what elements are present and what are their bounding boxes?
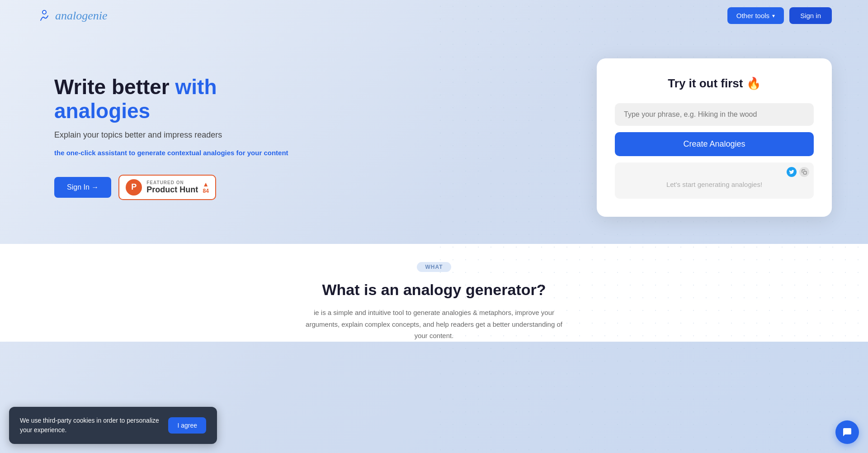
section-title: What is an analogy generator? [36, 281, 832, 299]
output-placeholder-text: Let's start generating analogies! [624, 170, 805, 188]
logo[interactable]: analogenie [36, 8, 108, 24]
agree-button[interactable]: I agree [168, 417, 206, 434]
hero-subtitle: Explain your topics better and impress r… [54, 130, 307, 140]
svg-point-1 [43, 11, 46, 14]
output-icons [787, 167, 809, 177]
output-area: Let's start generating analogies! [615, 162, 814, 199]
hero-right: Try it out first 🔥 Create Analogies Let'… [597, 58, 832, 217]
sign-in-hero-button[interactable]: Sign In → [54, 177, 111, 198]
phrase-input[interactable] [615, 103, 814, 126]
chevron-down-icon: ▾ [772, 13, 775, 19]
other-tools-button[interactable]: Other tools ▾ [727, 7, 784, 24]
chat-icon [842, 427, 853, 438]
logo-text: analogenie [55, 9, 108, 23]
card-title: Try it out first 🔥 [615, 76, 814, 91]
cookie-banner: We use third-party cookies in order to p… [9, 407, 217, 444]
hero-title-part1: Write better [54, 75, 175, 99]
twitter-share-icon[interactable] [787, 167, 797, 177]
svg-rect-2 [804, 172, 807, 175]
hero-left: Write better with analogies Explain your… [54, 75, 307, 200]
header-actions: Other tools ▾ Sign in [727, 7, 832, 24]
try-card: Try it out first 🔥 Create Analogies Let'… [597, 58, 832, 217]
other-tools-label: Other tools [736, 12, 769, 19]
what-badge-container: WHAT [36, 262, 832, 272]
product-hunt-text: FEATURED ON Product Hunt [146, 180, 198, 195]
hero-tagline: the one-click assistant to generate cont… [54, 148, 307, 158]
header: analogenie Other tools ▾ Sign in [0, 0, 868, 31]
cookie-text: We use third-party cookies in order to p… [20, 416, 159, 435]
product-hunt-featured: FEATURED ON [146, 180, 198, 185]
vote-count: 84 [203, 188, 209, 194]
hero-title: Write better with analogies [54, 75, 307, 123]
lower-section: WHAT What is an analogy generator? ie is… [0, 244, 868, 342]
product-hunt-name: Product Hunt [146, 185, 198, 195]
section-desc: ie is a simple and intuitive tool to gen… [298, 307, 570, 342]
what-pill: WHAT [417, 262, 451, 272]
upvote-icon: ▲ [203, 181, 209, 188]
product-hunt-votes: ▲ 84 [203, 181, 209, 194]
create-analogies-button[interactable]: Create Analogies [615, 132, 814, 156]
hero-buttons: Sign In → P FEATURED ON Product Hunt ▲ 8… [54, 175, 307, 200]
chat-button[interactable] [835, 420, 859, 444]
sign-in-header-button[interactable]: Sign in [789, 7, 832, 24]
copy-icon[interactable] [799, 167, 809, 177]
product-hunt-logo: P [126, 179, 142, 196]
product-hunt-badge[interactable]: P FEATURED ON Product Hunt ▲ 84 [118, 175, 216, 200]
logo-icon [36, 8, 52, 24]
hero-section: Write better with analogies Explain your… [0, 31, 868, 244]
